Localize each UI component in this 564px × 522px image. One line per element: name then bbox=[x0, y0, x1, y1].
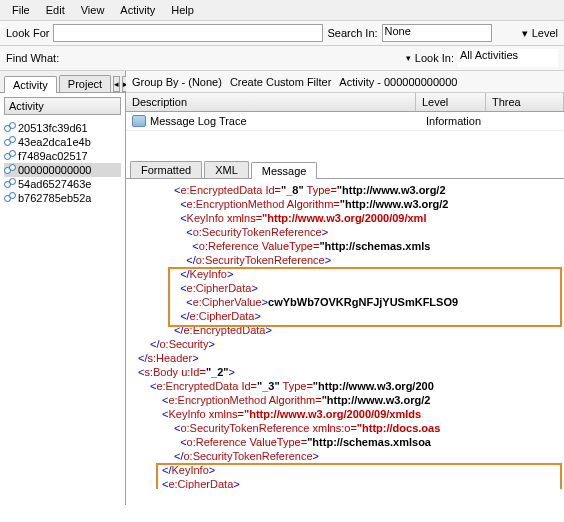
activity-item[interactable]: b762785eb52a bbox=[4, 191, 121, 205]
lookfor-toolbar: Look For Search In: None ▾ Level bbox=[0, 21, 564, 46]
message-icon bbox=[132, 115, 146, 127]
activity-item[interactable]: f7489ac02517 bbox=[4, 149, 121, 163]
activity-item[interactable]: 54ad6527463e bbox=[4, 177, 121, 191]
activity-icon bbox=[4, 178, 16, 190]
tab-activity[interactable]: Activity bbox=[4, 76, 57, 93]
content-pane: Description Level Threa Message Log Trac… bbox=[126, 93, 564, 505]
row-level: Information bbox=[426, 115, 496, 127]
menu-file[interactable]: File bbox=[4, 2, 38, 18]
row-description: Message Log Trace bbox=[150, 115, 422, 127]
lookin-value[interactable]: All Activities bbox=[458, 49, 558, 67]
activity-label: Activity - 000000000000 bbox=[339, 76, 457, 88]
menu-activity[interactable]: Activity bbox=[112, 2, 163, 18]
col-level[interactable]: Level bbox=[416, 93, 486, 111]
searchin-select[interactable]: None bbox=[382, 24, 492, 42]
activity-icon bbox=[4, 164, 16, 176]
customfilter-button[interactable]: Create Custom Filter bbox=[230, 76, 331, 88]
xml-content[interactable]: <e:EncryptedData Id="_8" Type="http://ww… bbox=[126, 179, 564, 489]
activity-icon bbox=[4, 122, 16, 134]
menu-edit[interactable]: Edit bbox=[38, 2, 73, 18]
findwhat-toolbar: Find What: ▾ Look In: All Activities bbox=[0, 46, 564, 71]
left-tabstrip: Activity Project ◂ ▸ bbox=[0, 71, 126, 93]
main-area: Activity 20513fc39d61 43ea2dca1e4b f7489… bbox=[0, 93, 564, 505]
lookin-label: Look In: bbox=[415, 52, 454, 64]
grid-header: Description Level Threa bbox=[126, 93, 564, 112]
findwhat-label: Find What: bbox=[6, 52, 59, 64]
activity-item[interactable]: 20513fc39d61 bbox=[4, 121, 121, 135]
sidebar-header: Activity bbox=[4, 97, 121, 115]
col-description[interactable]: Description bbox=[126, 93, 416, 111]
level-label: Level bbox=[532, 27, 558, 39]
tab-nav-prev[interactable]: ◂ bbox=[113, 76, 120, 92]
lookfor-label: Look For bbox=[6, 27, 49, 39]
table-row[interactable]: Message Log Trace Information bbox=[126, 112, 564, 131]
menu-view[interactable]: View bbox=[73, 2, 113, 18]
tab-formatted[interactable]: Formatted bbox=[130, 161, 202, 178]
activity-icon bbox=[4, 150, 16, 162]
groupby-button[interactable]: Group By - (None) bbox=[132, 76, 222, 88]
tab-project[interactable]: Project bbox=[59, 75, 111, 92]
activity-icon bbox=[4, 192, 16, 204]
sidebar: Activity 20513fc39d61 43ea2dca1e4b f7489… bbox=[0, 93, 126, 505]
menu-help[interactable]: Help bbox=[163, 2, 202, 18]
menubar: File Edit View Activity Help bbox=[0, 0, 564, 21]
lookfor-input[interactable] bbox=[53, 24, 323, 42]
detail-tabstrip: Formatted XML Message bbox=[126, 161, 564, 179]
activity-icon bbox=[4, 136, 16, 148]
col-thread[interactable]: Threa bbox=[486, 93, 564, 111]
activity-item-selected[interactable]: 000000000000 bbox=[4, 163, 121, 177]
command-bar: Group By - (None) Create Custom Filter A… bbox=[126, 71, 564, 93]
searchin-label: Search In: bbox=[327, 27, 377, 39]
activity-item[interactable]: 43ea2dca1e4b bbox=[4, 135, 121, 149]
tab-message[interactable]: Message bbox=[251, 162, 318, 179]
tab-xml[interactable]: XML bbox=[204, 161, 249, 178]
activity-list: 20513fc39d61 43ea2dca1e4b f7489ac02517 0… bbox=[0, 119, 125, 207]
